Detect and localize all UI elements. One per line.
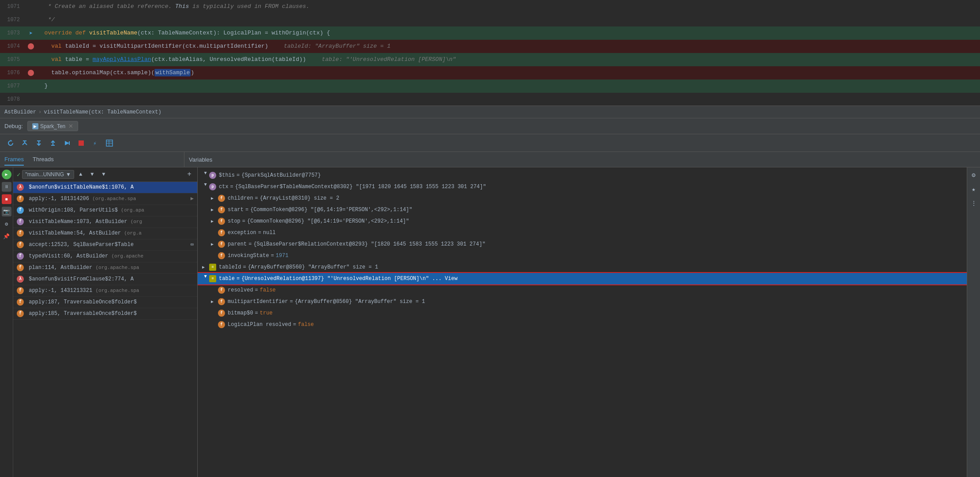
tab-frames[interactable]: Frames	[4, 154, 24, 166]
variable-row[interactable]: ▶ ≡ tableId = {ArrayBuffer@8560} "ArrayB…	[198, 261, 967, 273]
reload-button[interactable]	[4, 137, 17, 149]
variable-equals: =	[230, 184, 233, 190]
debug-panel: ▶ ⏸ ■ 📷 ⚙ 📌 ✓ "main...UNNING ▼ ▲ ▼ ▼ + λ…	[0, 167, 980, 477]
frames-threads-tabs: Frames Threads	[0, 152, 184, 167]
frame-item[interactable]: f apply:187, TraversableOnce$folder$	[13, 297, 197, 308]
debug-tab-close-button[interactable]: ✕	[68, 123, 73, 129]
step-over-button[interactable]	[19, 137, 31, 149]
add-watch-button[interactable]: +	[185, 170, 194, 179]
thread-check-icon: ✓	[17, 171, 20, 178]
bookmark-side-icon[interactable]: ★	[969, 184, 979, 194]
variable-row[interactable]: ▶ f stop = {CommonToken@8296} "[@6,14:19…	[198, 216, 967, 227]
filter-button[interactable]: ▼	[99, 170, 109, 179]
line-number: 1071	[0, 4, 24, 10]
frame-icon: f	[17, 310, 24, 317]
line-number: 1077	[0, 83, 24, 89]
step-into-button[interactable]	[33, 137, 45, 149]
thread-up-button[interactable]: ▲	[76, 170, 86, 179]
frame-name: accept:12523, SqlBaseParser$Table	[29, 242, 134, 248]
variable-row[interactable]: ▶ f children = {ArrayList@8310} size = 2	[198, 193, 967, 204]
thread-name: "main...UNNING	[25, 171, 64, 178]
variable-name: invokingState	[228, 253, 269, 259]
expand-arrow-icon: ▶	[211, 299, 218, 304]
variable-row[interactable]: ▶ f resolved = false	[198, 284, 967, 296]
variable-value: false	[260, 287, 276, 293]
stop-debug-button[interactable]: ■	[2, 194, 11, 204]
expand-arrow-icon: ▶	[202, 265, 209, 270]
resume-button[interactable]: ▶	[2, 170, 11, 179]
thread-dropdown[interactable]: "main...UNNING ▼	[22, 170, 74, 179]
variable-row[interactable]: ▶ f invokingState = 1971	[198, 250, 967, 261]
pin-button[interactable]: 📌	[2, 231, 11, 241]
code-line-1073: 1073 ➤ override def visitTableName(ctx: …	[0, 26, 980, 40]
breadcrumb: AstBuilder › visitTableName(ctx: TableNa…	[0, 106, 980, 118]
run-to-cursor-button[interactable]	[61, 137, 73, 149]
breakpoint-icon	[28, 70, 34, 76]
code-line-1077: 1077 }	[0, 80, 980, 93]
variable-name: stop	[228, 218, 240, 224]
frame-item[interactable]: λ $anonfun$visitTableName$1:1076, A	[13, 182, 197, 193]
code-content: override def visitTableName(ctx: TableNa…	[38, 26, 980, 40]
infinity-icon: ∞	[191, 241, 194, 249]
frame-name: apply:185, TraversableOnce$folder$	[29, 310, 137, 317]
variable-equals: =	[290, 299, 293, 305]
variable-value: {SqlBaseParser$RelationContext@8293} "[1…	[253, 241, 485, 247]
debug-tab-spark-ten[interactable]: ▶ Spark_Ten ✕	[27, 121, 78, 131]
variable-value: 1971	[276, 253, 289, 259]
variable-type-icon: f	[218, 321, 225, 328]
settings-side-icon[interactable]: ⚙	[969, 170, 979, 180]
frame-location: (org.a	[124, 231, 142, 236]
code-content: table.optionalMap(ctx.sample)(withSample…	[38, 66, 980, 80]
camera-button[interactable]: 📷	[2, 207, 11, 216]
variable-row[interactable]: ▶ f exception = null	[198, 227, 967, 238]
frame-location: (org.apache.spa	[95, 265, 139, 270]
frame-item[interactable]: f withOrigin:108, ParserUtils$ (org.apa	[13, 205, 197, 216]
variable-type-icon: f	[218, 195, 225, 202]
thread-down-button[interactable]: ▼	[87, 170, 97, 179]
frame-icon: f	[17, 241, 24, 248]
variable-row-table[interactable]: ▶ ≡ table = {UnresolvedRelation@11397} "…	[198, 273, 967, 284]
variable-row[interactable]: ▶ f LogicalPlan resolved = false	[198, 319, 967, 330]
line-number: 1074	[0, 43, 24, 49]
frame-item[interactable]: f visitTableName:54, AstBuilder (org.a	[13, 228, 197, 239]
variables-header: Variables	[189, 156, 212, 163]
breadcrumb-item-method[interactable]: visitTableName(ctx: TableNameContext)	[44, 109, 161, 115]
code-line-1076: 1076 table.optionalMap(ctx.sample)(withS…	[0, 66, 980, 80]
frame-item[interactable]: f accept:12523, SqlBaseParser$Table ∞	[13, 239, 197, 251]
expand-arrow-icon: ▶	[211, 219, 218, 224]
tab-threads[interactable]: Threads	[33, 154, 54, 166]
frame-item[interactable]: f apply:-1, 181314206 (org.apache.spa ▶	[13, 193, 197, 205]
frame-item[interactable]: f visitTableName:1073, AstBuilder (org	[13, 216, 197, 228]
variable-type-icon: p	[209, 183, 216, 190]
frame-item[interactable]: λ $anonfun$visitFromClause$2:774, A	[13, 274, 197, 285]
variables-panel: ▶ p $this = {SparkSqlAstBuilder@7757} ▶ …	[198, 167, 967, 477]
variable-value: {SqlBaseParser$TableNameContext@8302} "[…	[235, 184, 486, 190]
code-line-1072: 1072 */	[0, 13, 980, 26]
breadcrumb-item-astbuilder[interactable]: AstBuilder	[4, 109, 36, 115]
breadcrumb-separator: ›	[38, 109, 41, 115]
frame-item[interactable]: f apply:185, TraversableOnce$folder$	[13, 308, 197, 320]
more-side-icon[interactable]: ⋮	[969, 198, 979, 208]
settings-button[interactable]: ⚙	[2, 219, 11, 229]
variable-row[interactable]: ▶ f start = {CommonToken@8296} "[@6,14:1…	[198, 204, 967, 216]
frame-icon: f	[17, 299, 24, 306]
step-out-button[interactable]	[47, 137, 59, 149]
frame-item[interactable]: f apply:-1, 1431213321 (org.apache.spa	[13, 285, 197, 297]
variable-row[interactable]: ▶ p ctx = {SqlBaseParser$TableNameContex…	[198, 181, 967, 193]
variable-value: false	[298, 322, 314, 328]
variable-row[interactable]: ▶ f multipartIdentifier = {ArrayBuffer@8…	[198, 296, 967, 307]
variable-row[interactable]: ▶ p $this = {SparkSqlAstBuilder@7757}	[198, 170, 967, 181]
variable-value: {UnresolvedRelation@11397} "'UnresolvedR…	[241, 276, 458, 282]
variable-name: start	[228, 207, 244, 213]
frame-item[interactable]: f plan:114, AstBuilder (org.apache.spa	[13, 262, 197, 274]
evaluate-button[interactable]: ⚡	[89, 137, 101, 149]
stop-button[interactable]	[75, 137, 87, 149]
variable-row[interactable]: ▶ f bitmap$0 = true	[198, 307, 967, 319]
pause-button[interactable]: ⏸	[2, 182, 11, 192]
table-view-button[interactable]	[103, 137, 116, 149]
variable-name: parent	[228, 241, 247, 247]
variable-equals: =	[271, 253, 274, 259]
frame-item[interactable]: f typedVisit:60, AstBuilder (org.apache	[13, 251, 197, 262]
variable-row[interactable]: ▶ f parent = {SqlBaseParser$RelationCont…	[198, 238, 967, 250]
line-number: 1076	[0, 70, 24, 76]
